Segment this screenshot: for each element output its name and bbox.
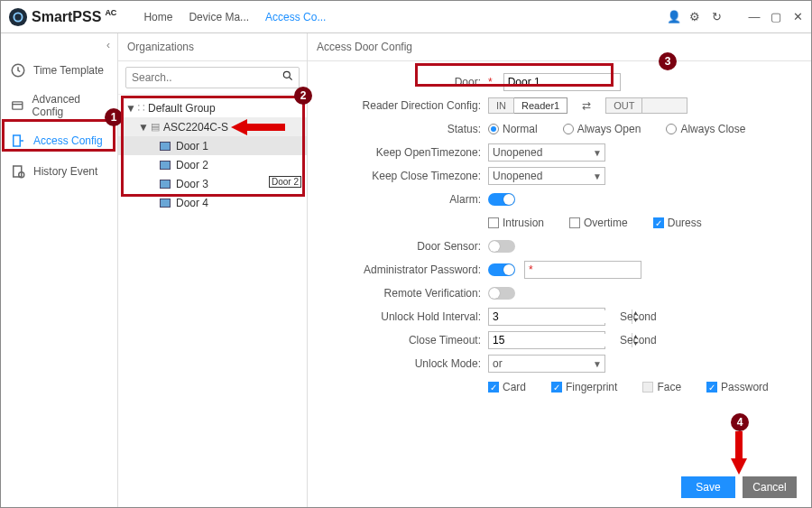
seg-in[interactable]: IN bbox=[488, 97, 514, 114]
label-close-timeout: Close Timeout: bbox=[326, 334, 488, 346]
required-icon: * bbox=[488, 76, 493, 88]
org-panel: Organizations ▼⸬ Default Group ▼▤ ASC220… bbox=[118, 33, 308, 507]
tree-door-2[interactable]: Door 2 bbox=[118, 155, 307, 174]
label-remote-verify: Remote Verification: bbox=[326, 287, 488, 300]
toggle-remote-verify[interactable] bbox=[488, 287, 515, 300]
label-direction: Reader Direction Config: bbox=[326, 99, 488, 112]
gear-icon[interactable]: ⚙ bbox=[688, 10, 701, 23]
label-status: Status: bbox=[326, 123, 488, 135]
org-header: Organizations bbox=[118, 33, 307, 61]
label-unlock-hold: Unlock Hold Interval: bbox=[326, 310, 488, 323]
nav-time-template[interactable]: Time Template bbox=[1, 55, 117, 86]
radio-normal[interactable]: Normal bbox=[488, 123, 538, 135]
label-keep-close: Keep Close Timezone: bbox=[326, 170, 488, 182]
select-keep-close[interactable]: Unopened bbox=[488, 167, 605, 185]
label-admin-pw: Administrator Password: bbox=[326, 263, 488, 276]
collapse-icon[interactable]: ‹ bbox=[1, 39, 117, 55]
label-door-sensor: Door Sensor: bbox=[326, 240, 488, 253]
config-header: Access Door Config bbox=[308, 33, 811, 61]
chk-intrusion[interactable]: Intrusion bbox=[488, 217, 544, 229]
label-alarm: Alarm: bbox=[326, 193, 488, 206]
svg-point-7 bbox=[283, 71, 290, 78]
radio-always-open[interactable]: Always Open bbox=[563, 123, 641, 135]
label-unlock-mode: Unlock Mode: bbox=[326, 357, 488, 370]
svg-rect-4 bbox=[14, 135, 21, 146]
tab-home[interactable]: Home bbox=[143, 11, 172, 23]
config-panel: Access Door Config Door: * Reader Direct… bbox=[308, 33, 811, 507]
svg-point-0 bbox=[9, 7, 27, 25]
door-icon bbox=[160, 180, 171, 189]
nav-advanced-config[interactable]: Advanced Config bbox=[1, 86, 117, 125]
tab-device-manager[interactable]: Device Ma... bbox=[189, 11, 249, 23]
app-suffix: AC bbox=[103, 8, 118, 17]
radio-always-close[interactable]: Always Close bbox=[666, 123, 745, 135]
spin-unlock-hold[interactable]: ▲▼ bbox=[488, 308, 605, 326]
select-unlock-mode[interactable]: or bbox=[488, 355, 605, 373]
label-door: Door: bbox=[326, 76, 488, 88]
minimize-icon[interactable]: — bbox=[748, 10, 761, 23]
select-keep-open[interactable]: Unopened bbox=[488, 143, 605, 162]
chk-face: Face bbox=[642, 381, 681, 393]
search-icon[interactable] bbox=[281, 69, 294, 85]
chk-password[interactable]: ✓Password bbox=[706, 381, 769, 393]
tab-access-config[interactable]: Access Co... bbox=[265, 11, 326, 23]
svg-rect-5 bbox=[14, 166, 22, 177]
left-nav: ‹ Time Template Advanced Config Access C… bbox=[1, 33, 118, 507]
toggle-alarm[interactable] bbox=[488, 193, 515, 206]
tree-door-1[interactable]: Door 1 bbox=[118, 136, 307, 155]
chk-duress[interactable]: ✓Duress bbox=[653, 217, 702, 229]
chk-fingerprint[interactable]: ✓Fingerprint bbox=[551, 381, 617, 393]
label-keep-open: Keep OpenTimezone: bbox=[326, 146, 488, 159]
sync-icon[interactable]: ↻ bbox=[710, 10, 723, 23]
save-button[interactable]: Save bbox=[681, 476, 735, 498]
spin-close-timeout[interactable]: ▲▼ bbox=[488, 331, 605, 349]
toggle-door-sensor[interactable] bbox=[488, 240, 515, 253]
app-name: SmartPSS bbox=[32, 9, 101, 25]
nav-history-event[interactable]: History Event bbox=[1, 156, 117, 187]
seg-reader1[interactable]: Reader1 bbox=[514, 97, 567, 114]
user-icon[interactable]: 👤 bbox=[667, 10, 679, 23]
door-icon bbox=[160, 199, 171, 208]
close-icon[interactable]: ✕ bbox=[791, 10, 804, 23]
seg-out[interactable]: OUT bbox=[605, 97, 642, 114]
chk-overtime[interactable]: Overtime bbox=[569, 217, 628, 229]
door-icon bbox=[160, 161, 171, 170]
tree-door-3[interactable]: Door 3 Door 2 bbox=[118, 174, 307, 193]
maximize-icon[interactable]: ▢ bbox=[770, 10, 782, 23]
tree-device[interactable]: ▼▤ ASC2204C-S bbox=[118, 117, 307, 136]
door-icon bbox=[160, 142, 171, 151]
seg-out-reader[interactable] bbox=[642, 97, 687, 114]
svg-rect-3 bbox=[13, 102, 23, 109]
swap-icon[interactable]: ⇄ bbox=[577, 99, 596, 112]
toggle-admin-pw[interactable] bbox=[488, 263, 515, 276]
tree-root[interactable]: ▼⸬ Default Group bbox=[118, 98, 307, 117]
cancel-button[interactable]: Cancel bbox=[743, 476, 797, 498]
door-name-input[interactable] bbox=[503, 73, 621, 91]
tooltip-door2: Door 2 bbox=[269, 176, 301, 188]
chk-card[interactable]: ✓Card bbox=[488, 381, 526, 393]
admin-pw-input[interactable] bbox=[524, 261, 641, 279]
nav-access-config[interactable]: Access Config bbox=[1, 125, 117, 156]
search-input[interactable] bbox=[125, 67, 300, 88]
app-logo: SmartPSS AC bbox=[8, 7, 118, 27]
tree-door-4[interactable]: Door 4 bbox=[118, 193, 307, 212]
